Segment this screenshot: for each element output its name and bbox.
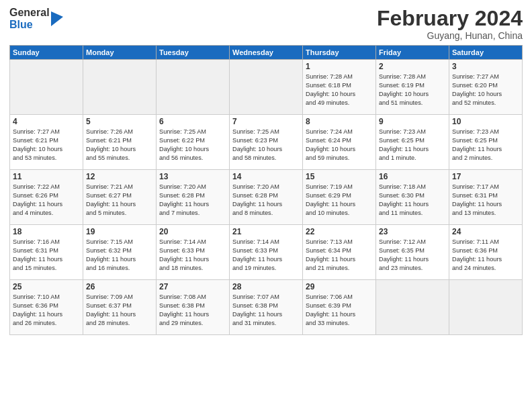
day-info: Sunrise: 7:07 AMSunset: 6:38 PMDaylight:… xyxy=(232,293,300,328)
day-info: Sunrise: 7:11 AMSunset: 6:36 PMDaylight:… xyxy=(452,238,519,273)
table-row: 7Sunrise: 7:25 AMSunset: 6:23 PMDaylight… xyxy=(230,115,303,170)
day-number: 20 xyxy=(159,227,226,236)
day-number: 22 xyxy=(306,227,373,236)
day-info: Sunrise: 7:14 AMSunset: 6:33 PMDaylight:… xyxy=(159,238,226,273)
table-row: 13Sunrise: 7:20 AMSunset: 6:28 PMDayligh… xyxy=(157,170,230,225)
table-row: 16Sunrise: 7:18 AMSunset: 6:30 PMDayligh… xyxy=(376,170,449,225)
day-number: 8 xyxy=(306,117,373,126)
day-info: Sunrise: 7:20 AMSunset: 6:28 PMDaylight:… xyxy=(159,183,226,218)
table-row: 10Sunrise: 7:23 AMSunset: 6:25 PMDayligh… xyxy=(449,115,523,170)
day-number: 4 xyxy=(13,117,80,126)
table-row xyxy=(157,60,230,115)
day-number: 1 xyxy=(306,62,373,71)
day-info: Sunrise: 7:23 AMSunset: 6:25 PMDaylight:… xyxy=(452,128,519,163)
svg-marker-0 xyxy=(51,11,63,26)
day-info: Sunrise: 7:25 AMSunset: 6:23 PMDaylight:… xyxy=(232,128,300,163)
table-row: 19Sunrise: 7:15 AMSunset: 6:32 PMDayligh… xyxy=(83,225,157,280)
day-number: 5 xyxy=(86,117,153,126)
day-info: Sunrise: 7:22 AMSunset: 6:26 PMDaylight:… xyxy=(13,183,80,218)
table-row: 8Sunrise: 7:24 AMSunset: 6:24 PMDaylight… xyxy=(303,115,376,170)
table-row: 3Sunrise: 7:27 AMSunset: 6:20 PMDaylight… xyxy=(449,60,523,115)
table-row: 29Sunrise: 7:06 AMSunset: 6:39 PMDayligh… xyxy=(303,280,376,335)
logo-blue: Blue xyxy=(9,19,50,31)
day-info: Sunrise: 7:12 AMSunset: 6:35 PMDaylight:… xyxy=(379,238,446,273)
day-info: Sunrise: 7:08 AMSunset: 6:38 PMDaylight:… xyxy=(159,293,226,328)
table-row: 5Sunrise: 7:26 AMSunset: 6:21 PMDaylight… xyxy=(83,115,157,170)
table-row xyxy=(230,60,303,115)
table-row: 9Sunrise: 7:23 AMSunset: 6:25 PMDaylight… xyxy=(376,115,449,170)
table-row: 23Sunrise: 7:12 AMSunset: 6:35 PMDayligh… xyxy=(376,225,449,280)
day-number: 10 xyxy=(452,117,519,126)
table-row: 18Sunrise: 7:16 AMSunset: 6:31 PMDayligh… xyxy=(10,225,83,280)
day-number: 25 xyxy=(13,282,80,291)
table-row: 20Sunrise: 7:14 AMSunset: 6:33 PMDayligh… xyxy=(157,225,230,280)
day-number: 28 xyxy=(232,282,300,291)
day-number: 19 xyxy=(86,227,153,236)
day-number: 13 xyxy=(159,172,226,181)
table-row xyxy=(449,280,523,335)
day-number: 21 xyxy=(232,227,300,236)
col-thursday: Thursday xyxy=(303,46,376,60)
day-info: Sunrise: 7:21 AMSunset: 6:27 PMDaylight:… xyxy=(86,183,153,218)
header-row: Sunday Monday Tuesday Wednesday Thursday… xyxy=(10,46,523,60)
day-number: 24 xyxy=(452,227,519,236)
day-number: 16 xyxy=(379,172,446,181)
day-info: Sunrise: 7:26 AMSunset: 6:21 PMDaylight:… xyxy=(86,128,153,163)
day-info: Sunrise: 7:14 AMSunset: 6:33 PMDaylight:… xyxy=(232,238,300,273)
day-number: 6 xyxy=(159,117,226,126)
table-row xyxy=(376,280,449,335)
logo: General Blue xyxy=(9,7,63,30)
table-row: 12Sunrise: 7:21 AMSunset: 6:27 PMDayligh… xyxy=(83,170,157,225)
col-friday: Friday xyxy=(376,46,449,60)
day-info: Sunrise: 7:27 AMSunset: 6:20 PMDaylight:… xyxy=(452,73,519,107)
day-info: Sunrise: 7:23 AMSunset: 6:25 PMDaylight:… xyxy=(379,128,446,163)
day-number: 2 xyxy=(379,62,446,71)
day-number: 15 xyxy=(306,172,373,181)
table-row: 22Sunrise: 7:13 AMSunset: 6:34 PMDayligh… xyxy=(303,225,376,280)
day-info: Sunrise: 7:27 AMSunset: 6:21 PMDaylight:… xyxy=(13,128,80,163)
day-info: Sunrise: 7:06 AMSunset: 6:39 PMDaylight:… xyxy=(306,293,373,328)
table-row: 21Sunrise: 7:14 AMSunset: 6:33 PMDayligh… xyxy=(230,225,303,280)
table-row: 1Sunrise: 7:28 AMSunset: 6:18 PMDaylight… xyxy=(303,60,376,115)
day-info: Sunrise: 7:25 AMSunset: 6:22 PMDaylight:… xyxy=(159,128,226,163)
day-number: 27 xyxy=(159,282,226,291)
day-info: Sunrise: 7:10 AMSunset: 6:36 PMDaylight:… xyxy=(13,293,80,328)
day-number: 9 xyxy=(379,117,446,126)
day-number: 26 xyxy=(86,282,153,291)
day-number: 3 xyxy=(452,62,519,71)
day-number: 18 xyxy=(13,227,80,236)
table-row xyxy=(10,60,83,115)
col-monday: Monday xyxy=(83,46,157,60)
day-info: Sunrise: 7:09 AMSunset: 6:37 PMDaylight:… xyxy=(86,293,153,328)
table-row: 15Sunrise: 7:19 AMSunset: 6:29 PMDayligh… xyxy=(303,170,376,225)
day-info: Sunrise: 7:28 AMSunset: 6:18 PMDaylight:… xyxy=(306,73,373,107)
table-row: 26Sunrise: 7:09 AMSunset: 6:37 PMDayligh… xyxy=(83,280,157,335)
table-row: 27Sunrise: 7:08 AMSunset: 6:38 PMDayligh… xyxy=(157,280,230,335)
table-row: 4Sunrise: 7:27 AMSunset: 6:21 PMDaylight… xyxy=(10,115,83,170)
day-number: 7 xyxy=(232,117,300,126)
day-info: Sunrise: 7:24 AMSunset: 6:24 PMDaylight:… xyxy=(306,128,373,163)
month-title: February 2024 xyxy=(377,7,523,30)
location: Guyang, Hunan, China xyxy=(377,30,523,41)
day-info: Sunrise: 7:18 AMSunset: 6:30 PMDaylight:… xyxy=(379,183,446,218)
header: General Blue February 2024 Guyang, Hunan… xyxy=(9,7,523,41)
col-saturday: Saturday xyxy=(449,46,523,60)
day-number: 23 xyxy=(379,227,446,236)
table-row: 6Sunrise: 7:25 AMSunset: 6:22 PMDaylight… xyxy=(157,115,230,170)
day-info: Sunrise: 7:20 AMSunset: 6:28 PMDaylight:… xyxy=(232,183,300,218)
logo-icon xyxy=(51,11,63,26)
calendar-table: Sunday Monday Tuesday Wednesday Thursday… xyxy=(9,45,523,335)
calendar-container: General Blue February 2024 Guyang, Hunan… xyxy=(0,0,532,342)
table-row: 2Sunrise: 7:28 AMSunset: 6:19 PMDaylight… xyxy=(376,60,449,115)
day-number: 11 xyxy=(13,172,80,181)
table-row xyxy=(83,60,157,115)
table-row: 28Sunrise: 7:07 AMSunset: 6:38 PMDayligh… xyxy=(230,280,303,335)
col-tuesday: Tuesday xyxy=(157,46,230,60)
table-row: 11Sunrise: 7:22 AMSunset: 6:26 PMDayligh… xyxy=(10,170,83,225)
col-sunday: Sunday xyxy=(10,46,83,60)
day-info: Sunrise: 7:28 AMSunset: 6:19 PMDaylight:… xyxy=(379,73,446,107)
day-info: Sunrise: 7:13 AMSunset: 6:34 PMDaylight:… xyxy=(306,238,373,273)
title-block: February 2024 Guyang, Hunan, China xyxy=(377,7,523,41)
table-row: 24Sunrise: 7:11 AMSunset: 6:36 PMDayligh… xyxy=(449,225,523,280)
table-row: 14Sunrise: 7:20 AMSunset: 6:28 PMDayligh… xyxy=(230,170,303,225)
